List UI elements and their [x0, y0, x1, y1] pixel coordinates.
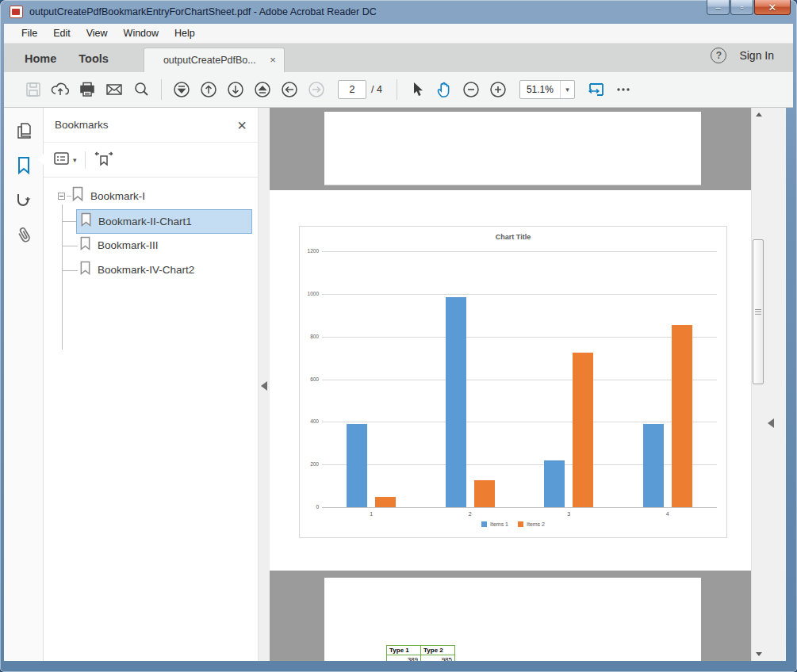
pdf-page-1-bottom [324, 112, 701, 185]
menu-file[interactable]: File [13, 25, 45, 42]
tree-connector [62, 221, 78, 222]
close-panel-icon[interactable]: × [237, 119, 247, 132]
legend-swatch-icon [481, 521, 487, 527]
y-axis-tick-label: 1000 [300, 291, 319, 296]
bookmark-item-root[interactable]: Bookmark-I [58, 186, 145, 205]
menu-bar: File Edit View Window Help [4, 24, 793, 44]
menu-edit[interactable]: Edit [45, 25, 79, 42]
first-page-button[interactable] [168, 76, 195, 103]
bar-items-1-cat2 [446, 297, 466, 507]
last-page-button[interactable] [249, 76, 276, 103]
sign-in-button[interactable]: Sign In [739, 49, 774, 62]
next-view-icon [307, 80, 326, 99]
more-tools-button[interactable] [610, 76, 637, 103]
maximize-button[interactable]: ▫ [730, 0, 753, 15]
gridline [322, 294, 717, 295]
gridline [322, 422, 717, 422]
help-icon[interactable]: ? [711, 48, 726, 63]
bookmarks-icon [16, 156, 32, 178]
chevron-down-icon[interactable]: ▾ [560, 81, 574, 98]
tab-bar: Home Tools outputCreatePdfBo... × ? Sign… [4, 44, 793, 72]
bookmark-label[interactable]: Bookmark-IV-Chart2 [98, 264, 194, 276]
previous-page-button[interactable] [195, 76, 222, 103]
first-page-icon [172, 80, 191, 99]
bookmark-label[interactable]: Bookmark-II-Chart1 [98, 216, 192, 227]
bookmark-label[interactable]: Bookmark-III [98, 239, 159, 251]
y-axis-tick-label: 200 [300, 461, 319, 467]
app-window: outputCreatePdfBookmarkEntryForChartShee… [0, 0, 797, 672]
triangle-up-icon [756, 113, 762, 116]
scroll-down-button[interactable] [752, 647, 765, 661]
menu-help[interactable]: Help [167, 25, 203, 42]
gridline [322, 337, 717, 338]
tree-connector [62, 246, 78, 246]
page-thumbnails-icon [15, 121, 33, 143]
uturn-arrow-panel-button[interactable] [11, 190, 36, 214]
menu-view[interactable]: View [79, 25, 116, 42]
share-button[interactable] [47, 76, 74, 103]
chart-title: Chart Title [300, 233, 726, 241]
vertical-scrollbar[interactable] [751, 108, 764, 661]
tab-close-icon[interactable]: × [270, 56, 276, 64]
bookmarks-panel-button[interactable] [11, 155, 36, 179]
scrollbar-thumb[interactable] [753, 239, 764, 384]
bar-items-1-cat1 [347, 424, 367, 507]
previous-page-icon [199, 80, 218, 99]
bookmark-item[interactable]: Bookmark-IV-Chart2 [79, 261, 194, 279]
share-icon [51, 81, 70, 98]
zoom-out-button[interactable] [458, 76, 485, 103]
navigation-rail [4, 108, 44, 661]
zoom-in-button[interactable] [485, 76, 512, 103]
right-edge-strip [764, 108, 786, 661]
hand-tool-button[interactable] [431, 76, 458, 103]
print-icon [79, 81, 96, 98]
title-bar[interactable]: outputCreatePdfBookmarkEntryForChartShee… [0, 0, 797, 24]
expand-current-bookmark-button[interactable] [94, 150, 114, 170]
save-button[interactable] [20, 76, 47, 103]
scroll-up-button[interactable] [752, 108, 765, 121]
bookmark-item[interactable]: Bookmark-III [79, 236, 159, 254]
pdf-page-3-top: Type 1 Type 2 389 985 [324, 578, 701, 661]
page-thumbnails-button[interactable] [11, 120, 36, 144]
tab-tools[interactable]: Tools [67, 46, 120, 72]
bookmark-icon [71, 186, 84, 205]
bookmark-options-button[interactable]: ▾ [53, 151, 77, 170]
pdf-page-2: Chart Title 0200400600800100012001234Ite… [270, 190, 751, 571]
attachments-button[interactable] [11, 225, 36, 249]
bookmark-label[interactable]: Bookmark-I [90, 190, 145, 202]
menu-window[interactable]: Window [116, 25, 167, 42]
bookmark-icon [79, 236, 91, 254]
table-cell: 389 [387, 655, 421, 662]
tab-home[interactable]: Home [13, 46, 67, 72]
bookmark-item-selected[interactable]: Bookmark-II-Chart1 [76, 209, 252, 234]
legend-swatch-icon [518, 521, 523, 527]
active-panel-notch [38, 154, 44, 165]
previous-view-button[interactable] [276, 76, 303, 103]
next-page-button[interactable] [222, 76, 249, 103]
next-view-button[interactable] [303, 76, 330, 103]
email-icon [105, 81, 124, 98]
zoom-in-icon [489, 80, 508, 99]
chart-legend: Items 1Items 2 [300, 521, 726, 527]
zoom-level-select[interactable]: 51.1% ▾ [519, 80, 575, 99]
tab-document[interactable]: outputCreatePdfBo... × [144, 48, 285, 72]
page-total-label: / 4 [371, 84, 382, 95]
x-axis-tick-label: 3 [553, 511, 584, 517]
collapse-expander-icon[interactable] [58, 193, 65, 200]
open-tools-pane-icon[interactable] [768, 418, 774, 428]
bookmark-tree: Bookmark-I Bookmark-II-Chart1 Bookmark-I… [44, 184, 258, 661]
x-axis-tick-label: 4 [652, 511, 684, 517]
minimize-button[interactable]: – [707, 0, 730, 15]
close-button[interactable]: ✕ [754, 0, 791, 15]
email-button[interactable] [101, 76, 128, 103]
search-button[interactable] [128, 76, 155, 103]
collapse-left-panel-icon[interactable] [261, 381, 267, 391]
print-button[interactable] [74, 76, 101, 103]
select-tool-button[interactable] [404, 76, 431, 103]
fit-width-button[interactable] [583, 76, 610, 103]
panel-resize-gutter[interactable] [258, 108, 270, 661]
window-title: outputCreatePdfBookmarkEntryForChartShee… [29, 6, 377, 17]
bookmarks-panel-title: Bookmarks [55, 119, 237, 131]
document-pane[interactable]: Chart Title 0200400600800100012001234Ite… [270, 108, 751, 661]
page-number-input[interactable] [338, 80, 366, 99]
